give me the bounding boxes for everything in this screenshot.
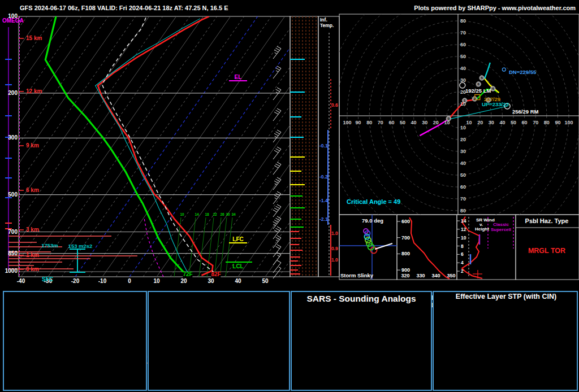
hodo-axis-label: 50 (460, 54, 466, 59)
hodograph-ring (336, 0, 579, 246)
temp-tick-label: 30 (208, 278, 214, 284)
slinky-direction-line (375, 243, 392, 249)
advection-value: 0.9 (331, 246, 338, 251)
hodo-axis-label: 30 (460, 78, 466, 83)
wind-barb (273, 216, 281, 229)
temp-tick-label: -10 (98, 278, 106, 284)
hodo-axis-label: 70 (533, 120, 538, 125)
thermodynamics-panel (3, 291, 147, 391)
psbl-haz-title: Psbl Haz. Type (525, 218, 569, 224)
stp-panel: Effective Layer STP (with CIN) (433, 291, 578, 391)
sr-wind-title: SR Wind (476, 218, 495, 223)
height-km-label: 3 km (26, 227, 39, 233)
hodo-axis-label: 40 (460, 66, 466, 71)
sr-wind-ytick: 8 (461, 243, 464, 249)
sr-wind-title: Height (475, 227, 489, 232)
kinematics-panel (148, 291, 290, 391)
height-km-label: 15 km (26, 36, 42, 41)
wind-barb (273, 130, 281, 142)
lm-marker (460, 82, 465, 88)
sr-wind-ytick: 10 (461, 235, 466, 240)
advection-value: 0.6 (331, 103, 338, 108)
sfc-label: SFC (42, 277, 53, 282)
advection-value: 1.0 (331, 231, 338, 236)
inf-temp-title-1: Inf. (320, 18, 327, 23)
wind-barb (273, 162, 281, 175)
wind-barb (273, 108, 281, 121)
hodo-axis-label: 30 (422, 120, 427, 125)
mixing-ratio-label: 26 (220, 213, 224, 217)
sr-wind-ytick: 12 (461, 227, 466, 232)
hodo-axis-label: 20 (433, 120, 439, 125)
slinky-deg-label: 79.0 deg (362, 218, 383, 224)
hodo-vector-label: 192/25 LM (465, 88, 491, 94)
critical-angle-label: Critical Angle = 49 (347, 199, 400, 205)
theta-e-ytick: 700 (401, 235, 410, 240)
theta-e-xtick: 320 (401, 273, 409, 278)
hodo-axis-label: 50 (400, 120, 405, 125)
downshear-marker (502, 68, 505, 71)
hodo-axis-label: 90 (555, 120, 560, 125)
pressure-tick-label: 500 (8, 192, 18, 198)
temp-tick-label: 10 (153, 278, 159, 284)
effective-inflow-base-label: 1753m (41, 243, 58, 249)
wind-barb (273, 204, 281, 217)
height-km-label: 12 km (26, 89, 42, 94)
wind-barb (273, 260, 281, 273)
hodo-axis-label: 70 (378, 120, 383, 125)
panel-frame (290, 16, 318, 277)
hodo-axis-label: 10 (444, 120, 450, 125)
hodo-vector-label: 256/29 RM (512, 109, 538, 115)
pressure-tick-label: 1000 (5, 268, 18, 274)
wind-barb (273, 46, 281, 59)
skewt-plot (0, 16, 461, 277)
hodo-axis-label: 20 (477, 120, 483, 125)
omega-axis-label: OMEGA (2, 18, 24, 24)
hodo-axis-label: 10 (460, 125, 466, 130)
pressure-tick-label: 200 (8, 90, 18, 96)
mixing-ratio-label: 14 (195, 213, 198, 217)
hodograph-trace-9-12km (485, 63, 490, 79)
sr-wind-ytick: 14 (461, 219, 466, 224)
mixing-ratio-label: 10 (180, 213, 184, 217)
wind-barb (273, 147, 281, 159)
hodo-km-marker-digit: 0 (448, 117, 450, 120)
parcel_trace-profile (102, 16, 215, 273)
hodo-axis-label: 60 (522, 120, 528, 125)
sfc-temp-label: 82F (211, 272, 221, 277)
hodo-axis-label: 40 (499, 120, 505, 125)
hodo-axis-label: 60 (388, 120, 394, 125)
pressure-tick-label: 300 (8, 135, 18, 141)
sfc-dewpoint-label: 72F (183, 272, 192, 277)
hodo-km-marker-digit: 6 (478, 82, 479, 86)
slinky-ring (365, 237, 371, 243)
hodo-axis-label: 100 (564, 120, 573, 125)
hodo-axis-label: 50 (511, 120, 516, 125)
psbl-haz-value: MRGL TOR (528, 247, 565, 255)
temp-tick-label: 50 (262, 278, 268, 284)
height-km-label: 0 km (26, 267, 39, 272)
theta-e-curve (409, 217, 450, 279)
advection-value: 1.0 (331, 258, 338, 263)
hodo-axis-label: 50 (460, 173, 466, 178)
effective-srh-label: 153 m2s2 (68, 243, 93, 249)
hodo-km-marker-digit: 4 (492, 87, 494, 90)
hodo-axis-label: 80 (460, 208, 466, 214)
hodo-axis-label: 30 (460, 149, 466, 154)
temp-tick-label: -40 (17, 278, 25, 284)
sars-panel: SARS - Sounding Analogs (291, 291, 432, 391)
height-km-label: 1 km (26, 252, 39, 258)
classic-supercell-label: Classic (493, 223, 509, 227)
mixing-ratio-label: 22 (213, 213, 217, 217)
temperature-profile (98, 16, 213, 276)
hodo-axis-label: 70 (460, 31, 466, 36)
mixing-ratio-label: 18 (205, 213, 209, 217)
inf-temp-title-2: Temp. (320, 23, 334, 28)
mixing-ratio-label: 30 (226, 213, 230, 217)
temp-tick-label: 20 (180, 278, 187, 284)
sars-title: SARS - Sounding Analogs (306, 294, 416, 303)
hodo-axis-label: 80 (544, 120, 550, 125)
theta-e-ytick: 800 (401, 251, 410, 256)
hodo-km-marker-digit: 1 (464, 99, 465, 102)
hodo-vector-label: DN=229/55 (509, 69, 536, 75)
